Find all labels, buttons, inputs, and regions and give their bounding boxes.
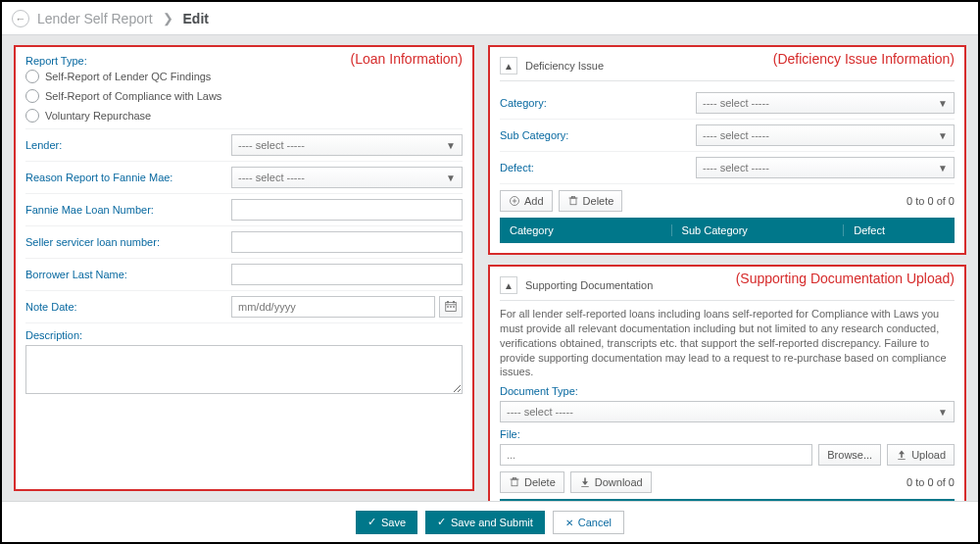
cancel-button-label: Cancel — [578, 517, 612, 528]
panel-annotation: (Supporting Documentation Upload) — [736, 271, 955, 286]
calendar-icon — [445, 301, 457, 313]
upload-icon — [896, 449, 907, 461]
download-icon — [579, 476, 591, 488]
defect-label: Defect: — [500, 162, 696, 173]
svg-rect-6 — [453, 306, 455, 308]
browse-button[interactable]: Browse... — [818, 444, 881, 466]
svg-rect-12 — [571, 197, 574, 199]
chevron-right-icon: ❯ — [163, 11, 173, 25]
save-submit-button[interactable]: Save and Submit — [425, 511, 545, 534]
download-button[interactable]: Download — [570, 471, 652, 493]
radio-qc-findings-label: Self-Report of Lender QC Findings — [45, 71, 211, 82]
calendar-button[interactable] — [439, 296, 463, 318]
radio-voluntary-repurchase-label: Voluntary Repurchase — [45, 110, 151, 122]
note-date-input[interactable] — [231, 296, 435, 318]
note-date-label: Note Date: — [25, 301, 231, 313]
col-subcategory: Sub Category — [672, 224, 845, 236]
svg-rect-2 — [447, 301, 449, 303]
pager-text: 0 to 0 of 0 — [906, 476, 955, 488]
plus-icon — [509, 195, 520, 207]
subcategory-select-value: ---- select ----- — [703, 129, 769, 141]
chevron-up-icon: ▲ — [504, 61, 514, 72]
svg-rect-14 — [512, 479, 517, 486]
download-button-label: Download — [595, 476, 643, 488]
delete-button-label: Delete — [583, 195, 614, 207]
category-label: Category: — [500, 97, 696, 109]
seller-loan-label: Seller servicer loan number: — [25, 236, 231, 248]
defect-select[interactable]: ---- select -----▼ — [696, 157, 955, 178]
doc-type-select[interactable]: ---- select ----- ▼ — [500, 401, 955, 422]
chevron-down-icon: ▼ — [446, 140, 456, 151]
category-select[interactable]: ---- select -----▼ — [696, 92, 955, 114]
lender-label: Lender: — [25, 139, 231, 151]
collapse-toggle[interactable]: ▲ — [500, 57, 517, 74]
reason-select[interactable]: ---- select ----- ▼ — [231, 167, 463, 188]
seller-loan-input[interactable] — [231, 231, 463, 253]
supporting-documentation-panel: (Supporting Documentation Upload) ▲ Supp… — [488, 265, 966, 536]
chevron-down-icon: ▼ — [938, 407, 948, 418]
panel-annotation: (Deficiency Issue Information) — [773, 51, 955, 67]
doc-type-label: Document Type: — [500, 385, 955, 397]
svg-rect-10 — [570, 198, 576, 205]
chevron-down-icon: ▼ — [938, 163, 948, 173]
lender-select[interactable]: ---- select ----- ▼ — [231, 134, 463, 156]
subcategory-label: Sub Category: — [500, 129, 696, 141]
svg-rect-5 — [450, 306, 452, 308]
check-icon — [437, 516, 446, 528]
check-icon — [368, 516, 376, 528]
delete-button[interactable]: Delete — [559, 190, 623, 212]
doc-delete-button[interactable]: Delete — [500, 471, 564, 493]
description-label: Description: — [25, 329, 463, 341]
svg-rect-3 — [453, 301, 455, 303]
borrower-label: Borrower Last Name: — [25, 269, 231, 280]
close-icon — [565, 517, 573, 528]
svg-rect-4 — [447, 306, 449, 308]
subcategory-select[interactable]: ---- select -----▼ — [696, 124, 955, 146]
loan-information-panel: (Loan Information) Report Type: Self-Rep… — [14, 45, 474, 491]
add-button-label: Add — [524, 195, 544, 207]
chevron-down-icon: ▼ — [938, 98, 948, 109]
borrower-input[interactable] — [231, 264, 463, 285]
help-text: For all lender self-reported loans inclu… — [500, 307, 955, 379]
page-title: Edit — [183, 11, 209, 26]
fm-loan-input[interactable] — [231, 199, 463, 221]
defect-select-value: ---- select ----- — [703, 162, 769, 173]
fm-loan-label: Fannie Mae Loan Number: — [25, 204, 231, 216]
breadcrumb-root[interactable]: Lender Self Report — [37, 11, 153, 26]
radio-qc-findings[interactable] — [25, 70, 39, 83]
deficiency-issue-panel: (Deficiency Issue Information) ▲ Deficie… — [488, 45, 966, 255]
file-path-display: ... — [500, 444, 812, 466]
browse-button-label: Browse... — [827, 449, 872, 461]
col-category: Category — [500, 224, 672, 236]
upload-button-label: Upload — [911, 449, 946, 461]
reason-label: Reason Report to Fannie Mae: — [25, 172, 231, 183]
radio-compliance-laws-label: Self-Report of Compliance with Laws — [45, 90, 221, 102]
chevron-down-icon: ▼ — [938, 130, 948, 141]
description-textarea[interactable] — [25, 345, 463, 394]
doc-type-select-value: ---- select ----- — [507, 406, 573, 418]
panel-annotation: (Loan Information) — [351, 51, 463, 67]
chevron-up-icon: ▲ — [504, 280, 514, 291]
reason-select-value: ---- select ----- — [238, 172, 305, 183]
cancel-button[interactable]: Cancel — [553, 511, 624, 534]
save-submit-button-label: Save and Submit — [451, 517, 533, 528]
lender-select-value: ---- select ----- — [238, 139, 305, 151]
file-label: File: — [500, 428, 955, 440]
save-button[interactable]: Save — [356, 511, 417, 534]
col-defect: Defect — [844, 224, 955, 236]
radio-voluntary-repurchase[interactable] — [25, 109, 39, 123]
svg-rect-16 — [514, 478, 516, 480]
doc-delete-button-label: Delete — [524, 476, 556, 488]
save-button-label: Save — [381, 517, 406, 528]
trash-icon — [509, 476, 520, 488]
add-button[interactable]: Add — [500, 190, 553, 212]
collapse-toggle[interactable]: ▲ — [500, 276, 517, 294]
trash-icon — [567, 195, 579, 207]
upload-button[interactable]: Upload — [887, 444, 955, 466]
category-select-value: ---- select ----- — [703, 97, 769, 109]
pager-text: 0 to 0 of 0 — [906, 195, 955, 207]
deficiency-table-header: Category Sub Category Defect — [500, 218, 955, 243]
section-title: Supporting Documentation — [525, 279, 653, 291]
radio-compliance-laws[interactable] — [25, 89, 39, 103]
back-button[interactable]: ← — [12, 10, 29, 27]
